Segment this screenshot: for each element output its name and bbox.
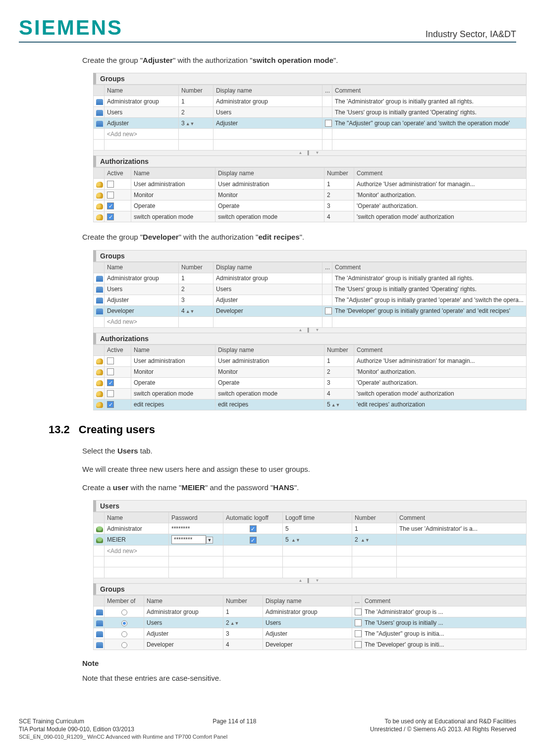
dropdown-icon[interactable]: ▼ — [206, 537, 213, 544]
col-display[interactable]: Display name — [214, 85, 322, 96]
table-row[interactable]: Administrator********✓51The user 'Admini… — [94, 523, 527, 534]
table-row[interactable]: Users2UsersThe 'Users' group is initiall… — [94, 107, 527, 118]
col-comment[interactable]: Comment — [332, 262, 527, 273]
col-dots[interactable]: ... — [322, 262, 332, 273]
col-comment[interactable]: Comment — [354, 168, 527, 179]
splitter-grip[interactable]: ▲ ▌ ▼ — [93, 578, 527, 583]
table-row[interactable]: switch operation modeswitch operation mo… — [94, 388, 527, 399]
col-dots[interactable]: ... — [322, 85, 332, 96]
table-row-selected[interactable]: MEIER********▼✓5 ▲▼2 ▲▼ — [94, 534, 527, 546]
add-new-row[interactable]: <Add new> — [94, 316, 527, 327]
bold-group: Developer — [143, 233, 179, 241]
table-row-selected[interactable]: ✓edit recipesedit recipes5▲▼'edit recipe… — [94, 399, 527, 410]
spinner-icon[interactable]: ▲▼ — [291, 538, 300, 543]
col-logoff-time[interactable]: Logoff time — [283, 512, 352, 523]
col-name[interactable]: Name — [105, 512, 169, 523]
table-row-selected[interactable]: Users2▲▼UsersThe 'Users' group is initia… — [94, 617, 527, 628]
splitter-grip[interactable]: ▲ ▌ ▼ — [93, 151, 527, 155]
col-dots[interactable]: ... — [352, 596, 362, 606]
checkbox-icon[interactable] — [107, 181, 114, 188]
cell[interactable]: 2 — [355, 536, 358, 543]
spinner-icon[interactable]: ▲▼ — [186, 309, 195, 314]
spinner-icon[interactable]: ▲▼ — [331, 403, 340, 407]
radio-icon[interactable] — [121, 609, 127, 615]
cell[interactable]: 5 — [327, 401, 330, 408]
checkbox-checked-icon[interactable]: ✓ — [107, 401, 114, 408]
col-display[interactable]: Display name — [215, 168, 324, 179]
table-row[interactable]: Administrator group1Administrator groupT… — [94, 273, 527, 284]
table-row[interactable]: User administrationUser administration1A… — [94, 179, 527, 190]
table-row-selected[interactable]: Developer4▲▼DeveloperThe 'Developer' gro… — [94, 305, 527, 316]
cell[interactable]: 4 — [181, 307, 185, 314]
cell[interactable]: 2 — [226, 619, 229, 626]
spinner-icon[interactable]: ▲▼ — [186, 121, 195, 126]
col-number[interactable]: Number — [179, 262, 214, 273]
checkbox-icon[interactable] — [107, 192, 114, 199]
cell: 1 — [352, 523, 397, 534]
col-number[interactable]: Number — [352, 512, 397, 523]
col-password[interactable]: Password — [169, 512, 223, 523]
checkbox-icon[interactable] — [355, 641, 362, 648]
table-row[interactable]: Administrator group1Administrator groupT… — [94, 606, 527, 617]
radio-icon[interactable] — [121, 642, 127, 648]
checkbox-checked-icon[interactable]: ✓ — [250, 525, 257, 532]
cell: ******** — [169, 523, 223, 534]
checkbox-checked-icon[interactable]: ✓ — [107, 202, 114, 209]
cell[interactable]: 5 — [285, 536, 289, 543]
spinner-icon[interactable]: ▲▼ — [230, 621, 239, 626]
password-field[interactable]: ******** — [171, 535, 206, 544]
checkbox-icon[interactable] — [355, 619, 362, 626]
col-comment[interactable]: Comment — [354, 345, 527, 355]
col-member[interactable]: Member of — [105, 596, 144, 606]
col-display[interactable]: Display name — [263, 596, 352, 606]
col-number[interactable]: Number — [324, 168, 354, 179]
col-display[interactable]: Display name — [214, 262, 322, 273]
checkbox-icon[interactable] — [107, 390, 114, 397]
table-row[interactable]: Developer4DeveloperThe 'Developer' group… — [94, 639, 527, 650]
col-name[interactable]: Name — [144, 596, 223, 606]
checkbox-icon[interactable] — [325, 307, 332, 314]
add-new-row[interactable]: <Add new> — [94, 129, 527, 140]
table-row[interactable]: ✓OperateOperate3'Operate' authorization. — [94, 377, 527, 388]
col-name[interactable]: Name — [105, 85, 179, 96]
checkbox-checked-icon[interactable]: ✓ — [250, 537, 257, 544]
radio-icon[interactable] — [121, 631, 127, 637]
spinner-icon[interactable]: ▲▼ — [361, 538, 370, 543]
col-number[interactable]: Number — [324, 345, 354, 355]
checkbox-icon[interactable] — [355, 630, 362, 637]
checkbox-checked-icon[interactable]: ✓ — [107, 213, 114, 220]
col-name[interactable]: Name — [105, 262, 179, 273]
checkbox-icon[interactable] — [107, 357, 114, 364]
cell[interactable]: 3 — [181, 120, 185, 127]
checkbox-checked-icon[interactable]: ✓ — [107, 379, 114, 386]
col-active[interactable]: Active — [105, 168, 131, 179]
col-auto-logoff[interactable]: Automatic logoff — [223, 512, 283, 523]
table-row[interactable]: Adjuster3AdjusterThe "Adjuster" group is… — [94, 295, 527, 305]
table-row[interactable]: User administrationUser administration1A… — [94, 355, 527, 366]
col-comment[interactable]: Comment — [362, 596, 527, 606]
table-row[interactable]: Administrator group1Administrator groupT… — [94, 96, 527, 107]
table-row-selected[interactable]: Adjuster3▲▼AdjusterThe "Adjuster" group … — [94, 118, 527, 129]
table-row[interactable]: MonitorMonitor2'Monitor' authorization. — [94, 190, 527, 201]
checkbox-icon[interactable] — [107, 368, 114, 375]
col-comment[interactable]: Comment — [397, 512, 527, 523]
table-row[interactable]: ✓OperateOperate3'Operate' authorization. — [94, 201, 527, 211]
col-active[interactable]: Active — [105, 345, 131, 355]
checkbox-icon[interactable] — [355, 608, 362, 615]
table-row[interactable]: Users2UsersThe 'Users' group is initiall… — [94, 284, 527, 295]
add-new-row[interactable]: <Add new> — [94, 546, 527, 556]
table-row[interactable]: MonitorMonitor2'Monitor' authorization. — [94, 366, 527, 377]
table-row[interactable]: Adjuster3AdjusterThe "Adjuster" group is… — [94, 628, 527, 639]
checkbox-icon[interactable] — [325, 120, 332, 127]
radio-checked-icon[interactable] — [121, 620, 127, 626]
table-row[interactable]: ✓switch operation modeswitch operation m… — [94, 211, 527, 222]
col-display[interactable]: Display name — [215, 345, 324, 355]
add-new-label: <Add new> — [105, 546, 169, 556]
col-number[interactable]: Number — [223, 596, 263, 606]
col-name[interactable]: Name — [131, 345, 215, 355]
col-comment[interactable]: Comment — [332, 85, 527, 96]
col-name[interactable]: Name — [131, 168, 215, 179]
splitter-grip[interactable]: ▲ ▌ ▼ — [93, 328, 527, 333]
col-number[interactable]: Number — [179, 85, 214, 96]
cell: The "Adjuster" group is initia... — [362, 628, 527, 639]
